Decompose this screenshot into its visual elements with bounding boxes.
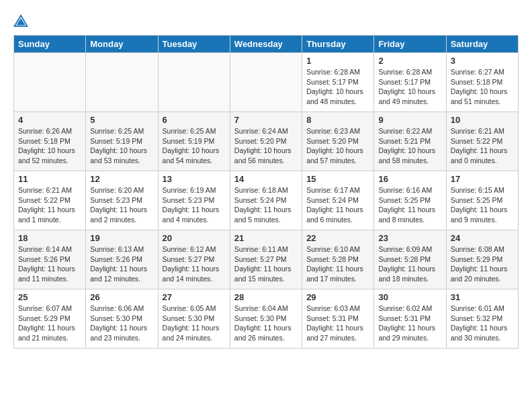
day-number: 19	[90, 233, 153, 243]
day-number: 30	[378, 292, 441, 302]
calendar-week-2: 4Sunrise: 6:26 AM Sunset: 5:18 PM Daylig…	[14, 112, 519, 171]
day-number: 25	[18, 292, 81, 302]
day-number: 11	[18, 174, 81, 184]
day-info: Sunrise: 6:01 AM Sunset: 5:32 PM Dayligh…	[451, 304, 514, 343]
day-number: 23	[378, 233, 441, 243]
day-info: Sunrise: 6:23 AM Sunset: 5:20 PM Dayligh…	[306, 126, 369, 166]
day-number: 13	[163, 174, 226, 184]
calendar-day: 7Sunrise: 6:24 AM Sunset: 5:20 PM Daylig…	[230, 112, 302, 171]
day-info: Sunrise: 6:02 AM Sunset: 5:31 PM Dayligh…	[378, 304, 441, 343]
day-number: 29	[306, 292, 369, 302]
day-info: Sunrise: 6:27 AM Sunset: 5:18 PM Dayligh…	[451, 67, 514, 107]
day-number: 12	[90, 174, 153, 184]
day-number: 18	[18, 233, 81, 243]
calendar-day	[14, 53, 86, 112]
calendar-day: 26Sunrise: 6:06 AM Sunset: 5:30 PM Dayli…	[86, 289, 158, 349]
day-number: 10	[451, 115, 514, 125]
calendar-day: 5Sunrise: 6:25 AM Sunset: 5:19 PM Daylig…	[86, 112, 158, 171]
calendar-day: 15Sunrise: 6:17 AM Sunset: 5:24 PM Dayli…	[302, 171, 374, 230]
calendar-day: 6Sunrise: 6:25 AM Sunset: 5:19 PM Daylig…	[158, 112, 230, 171]
calendar-day: 28Sunrise: 6:04 AM Sunset: 5:30 PM Dayli…	[230, 289, 302, 349]
day-number: 5	[90, 115, 153, 125]
day-info: Sunrise: 6:21 AM Sunset: 5:22 PM Dayligh…	[18, 185, 81, 225]
calendar-day: 20Sunrise: 6:12 AM Sunset: 5:27 PM Dayli…	[158, 230, 230, 289]
day-number: 9	[378, 115, 441, 125]
calendar-day: 16Sunrise: 6:16 AM Sunset: 5:25 PM Dayli…	[374, 171, 446, 230]
day-of-week-monday: Monday	[86, 36, 158, 53]
day-info: Sunrise: 6:08 AM Sunset: 5:29 PM Dayligh…	[451, 244, 514, 284]
calendar-day: 8Sunrise: 6:23 AM Sunset: 5:20 PM Daylig…	[302, 112, 374, 171]
day-info: Sunrise: 6:07 AM Sunset: 5:29 PM Dayligh…	[18, 304, 81, 343]
day-of-week-sunday: Sunday	[14, 36, 86, 53]
day-of-week-thursday: Thursday	[302, 36, 374, 53]
calendar-week-4: 18Sunrise: 6:14 AM Sunset: 5:26 PM Dayli…	[14, 230, 519, 289]
calendar-week-3: 11Sunrise: 6:21 AM Sunset: 5:22 PM Dayli…	[14, 171, 519, 230]
day-number: 15	[306, 174, 369, 184]
day-info: Sunrise: 6:28 AM Sunset: 5:17 PM Dayligh…	[378, 67, 441, 107]
calendar-day: 31Sunrise: 6:01 AM Sunset: 5:32 PM Dayli…	[446, 289, 518, 349]
day-info: Sunrise: 6:10 AM Sunset: 5:28 PM Dayligh…	[306, 244, 369, 284]
day-info: Sunrise: 6:06 AM Sunset: 5:30 PM Dayligh…	[90, 304, 153, 343]
day-number: 16	[378, 174, 441, 184]
calendar-week-5: 25Sunrise: 6:07 AM Sunset: 5:29 PM Dayli…	[14, 289, 519, 349]
day-info: Sunrise: 6:24 AM Sunset: 5:20 PM Dayligh…	[234, 126, 298, 166]
day-info: Sunrise: 6:14 AM Sunset: 5:26 PM Dayligh…	[18, 244, 81, 284]
calendar-day: 13Sunrise: 6:19 AM Sunset: 5:23 PM Dayli…	[158, 171, 230, 230]
calendar-day: 30Sunrise: 6:02 AM Sunset: 5:31 PM Dayli…	[374, 289, 446, 349]
calendar-day: 9Sunrise: 6:22 AM Sunset: 5:21 PM Daylig…	[374, 112, 446, 171]
day-info: Sunrise: 6:16 AM Sunset: 5:25 PM Dayligh…	[378, 185, 441, 225]
day-info: Sunrise: 6:26 AM Sunset: 5:18 PM Dayligh…	[18, 126, 81, 166]
day-number: 26	[90, 292, 153, 302]
day-info: Sunrise: 6:15 AM Sunset: 5:25 PM Dayligh…	[451, 185, 514, 225]
calendar-day: 22Sunrise: 6:10 AM Sunset: 5:28 PM Dayli…	[302, 230, 374, 289]
day-number: 6	[163, 115, 226, 125]
day-info: Sunrise: 6:22 AM Sunset: 5:21 PM Dayligh…	[378, 126, 441, 166]
calendar-day: 10Sunrise: 6:21 AM Sunset: 5:22 PM Dayli…	[446, 112, 518, 171]
day-info: Sunrise: 6:04 AM Sunset: 5:30 PM Dayligh…	[234, 304, 298, 343]
day-number: 28	[234, 292, 298, 302]
day-number: 17	[451, 174, 514, 184]
day-info: Sunrise: 6:17 AM Sunset: 5:24 PM Dayligh…	[306, 185, 369, 225]
calendar-day: 23Sunrise: 6:09 AM Sunset: 5:28 PM Dayli…	[374, 230, 446, 289]
day-info: Sunrise: 6:21 AM Sunset: 5:22 PM Dayligh…	[451, 126, 514, 166]
day-number: 21	[234, 233, 298, 243]
day-number: 8	[306, 115, 369, 125]
calendar-day: 1Sunrise: 6:28 AM Sunset: 5:17 PM Daylig…	[302, 53, 374, 112]
calendar-day: 21Sunrise: 6:11 AM Sunset: 5:27 PM Dayli…	[230, 230, 302, 289]
day-number: 14	[234, 174, 298, 184]
calendar-day: 27Sunrise: 6:05 AM Sunset: 5:30 PM Dayli…	[158, 289, 230, 349]
day-number: 4	[18, 115, 81, 125]
calendar-body: 1Sunrise: 6:28 AM Sunset: 5:17 PM Daylig…	[14, 53, 519, 349]
day-info: Sunrise: 6:13 AM Sunset: 5:26 PM Dayligh…	[90, 244, 153, 284]
day-info: Sunrise: 6:05 AM Sunset: 5:30 PM Dayligh…	[163, 304, 226, 343]
calendar-day: 2Sunrise: 6:28 AM Sunset: 5:17 PM Daylig…	[374, 53, 446, 112]
day-number: 24	[451, 233, 514, 243]
day-info: Sunrise: 6:28 AM Sunset: 5:17 PM Dayligh…	[306, 67, 369, 107]
calendar-day: 29Sunrise: 6:03 AM Sunset: 5:31 PM Dayli…	[302, 289, 374, 349]
day-info: Sunrise: 6:12 AM Sunset: 5:27 PM Dayligh…	[163, 244, 226, 284]
calendar-day	[158, 53, 230, 112]
day-number: 22	[306, 233, 369, 243]
day-of-week-tuesday: Tuesday	[158, 36, 230, 53]
calendar-day: 4Sunrise: 6:26 AM Sunset: 5:18 PM Daylig…	[14, 112, 86, 171]
day-of-week-saturday: Saturday	[446, 36, 518, 53]
day-info: Sunrise: 6:25 AM Sunset: 5:19 PM Dayligh…	[163, 126, 226, 166]
calendar-day: 17Sunrise: 6:15 AM Sunset: 5:25 PM Dayli…	[446, 171, 518, 230]
calendar-day: 19Sunrise: 6:13 AM Sunset: 5:26 PM Dayli…	[86, 230, 158, 289]
calendar-day	[86, 53, 158, 112]
day-of-week-friday: Friday	[374, 36, 446, 53]
day-number: 31	[451, 292, 514, 302]
day-info: Sunrise: 6:20 AM Sunset: 5:23 PM Dayligh…	[90, 185, 153, 225]
day-number: 7	[234, 115, 298, 125]
calendar-day	[230, 53, 302, 112]
logo	[13, 13, 31, 28]
day-info: Sunrise: 6:18 AM Sunset: 5:24 PM Dayligh…	[234, 185, 298, 225]
day-number: 3	[451, 56, 514, 66]
calendar-day: 14Sunrise: 6:18 AM Sunset: 5:24 PM Dayli…	[230, 171, 302, 230]
calendar-day: 12Sunrise: 6:20 AM Sunset: 5:23 PM Dayli…	[86, 171, 158, 230]
day-info: Sunrise: 6:19 AM Sunset: 5:23 PM Dayligh…	[163, 185, 226, 225]
day-info: Sunrise: 6:11 AM Sunset: 5:27 PM Dayligh…	[234, 244, 298, 284]
day-info: Sunrise: 6:25 AM Sunset: 5:19 PM Dayligh…	[90, 126, 153, 166]
calendar-day: 3Sunrise: 6:27 AM Sunset: 5:18 PM Daylig…	[446, 53, 518, 112]
days-of-week-row: SundayMondayTuesdayWednesdayThursdayFrid…	[14, 36, 519, 53]
